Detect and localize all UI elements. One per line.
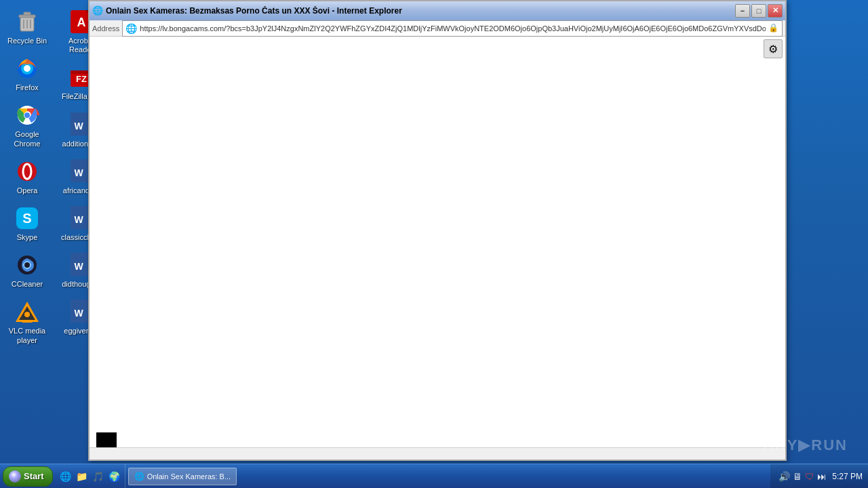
skype-icon: S [14,205,41,232]
desktop: Recycle Bin Firefox [0,0,868,488]
svg-text:W: W [74,167,83,178]
chrome-icon [14,102,41,129]
minimize-button[interactable]: − [735,4,750,18]
ql-folder-icon[interactable]: 📁 [75,469,90,484]
ie-address-bar[interactable]: 🌐 🔒 [122,20,783,37]
svg-text:FZ: FZ [76,74,87,84]
quick-launch: 🌐 📁 🎵 🌍 [56,464,125,488]
taskbar-item-ie[interactable]: 🌐 Onlain Sex Kameras: B... [128,468,237,485]
desktop-icon-vlc[interactable]: VLC media player [3,296,52,347]
opera-icon [14,158,41,185]
taskbar-clock: 5:27 PM [832,472,863,481]
taskbar-items: 🌐 Onlain Sex Kameras: B... [125,468,771,485]
lock-icon: 🔒 [768,23,779,34]
taskbar: Start 🌐 📁 🎵 🌍 🌐 Onlain Sex Kameras: B...… [0,464,868,488]
svg-text:W: W [74,261,83,272]
gear-icon: ⚙ [768,43,778,56]
network-icon[interactable]: 🖥 [793,471,802,482]
taskbar-ie-label: Onlain Sex Kameras: B... [147,472,231,481]
svg-text:W: W [74,308,83,319]
ie-window-controls: − □ ✕ [735,4,783,18]
tray-icons: 🔊 🖥 🛡 ⏭ [776,471,829,482]
ie-title-icon: 🌐 [92,5,103,16]
chrome-label: Google Chrome [5,130,49,148]
ie-url-input[interactable] [140,24,766,33]
ie-content-area[interactable]: ⚙ [90,37,785,460]
security-icon[interactable]: 🛡 [805,471,814,482]
clock-time: 5:27 PM [832,472,863,481]
ql-ie-icon[interactable]: 🌐 [58,469,73,484]
start-label: Start [24,471,44,481]
ie-status-bar [90,447,785,460]
ie-address-toolbar: Address 🌐 🔒 [90,20,785,37]
close-button[interactable]: ✕ [768,4,783,18]
firefox-label: Firefox [16,83,39,92]
svg-text:A: A [77,16,86,29]
svg-point-17 [24,262,30,268]
ie-title-text: Onlain Sex Kameras: Bezmaksas Porno Čats… [106,6,735,16]
ccleaner-icon [14,251,41,279]
svg-point-11 [24,113,30,118]
start-button[interactable]: Start [3,466,53,487]
ql-chrome-icon[interactable]: 🌍 [107,469,122,484]
recycle-bin-label: Recycle Bin [7,37,47,45]
svg-point-8 [24,65,31,72]
firefox-icon [14,55,41,82]
desktop-icon-ccleaner[interactable]: CCleaner [3,249,52,291]
speaker-icon[interactable]: 🔊 [778,471,790,482]
svg-rect-1 [19,15,35,18]
svg-text:W: W [74,121,83,131]
opera-label: Opera [17,186,38,195]
recycle-bin-icon [14,8,41,35]
desktop-icons-col1: Recycle Bin Firefox [0,0,54,354]
ql-media-icon[interactable]: 🎵 [91,469,106,484]
svg-point-21 [24,312,30,317]
desktop-icon-recycle-bin[interactable]: Recycle Bin [3,5,52,48]
svg-text:W: W [74,214,83,225]
desktop-icon-firefox[interactable]: Firefox [3,52,52,95]
svg-text:S: S [22,211,31,226]
desktop-icon-skype[interactable]: S Skype [3,202,52,245]
ie-titlebar: 🌐 Onlain Sex Kameras: Bezmaksas Porno Ča… [90,1,785,20]
ie-gear-button[interactable]: ⚙ [764,39,783,58]
vlc-label: VLC media player [5,327,49,344]
desktop-icon-opera[interactable]: Opera [3,155,52,198]
taskbar-ie-icon: 🌐 [134,472,144,481]
ie-window: 🌐 Onlain Sex Kameras: Bezmaksas Porno Ča… [88,0,787,461]
start-orb-icon [9,470,21,483]
desktop-icon-chrome[interactable]: Google Chrome [3,99,52,150]
vlc-icon [14,298,41,325]
maximize-button[interactable]: □ [751,4,766,18]
ccleaner-label: CCleaner [12,280,43,289]
address-ie-icon: 🌐 [125,23,137,34]
skype-label: Skype [17,233,38,242]
svg-rect-20 [22,320,33,323]
anyrun-watermark: ANY▶RUN [763,436,848,454]
skip-icon[interactable]: ⏭ [817,471,827,482]
system-tray: 🔊 🖥 🛡 ⏭ 5:27 PM [770,464,868,488]
address-label: Address [92,24,119,33]
svg-rect-2 [24,12,31,15]
